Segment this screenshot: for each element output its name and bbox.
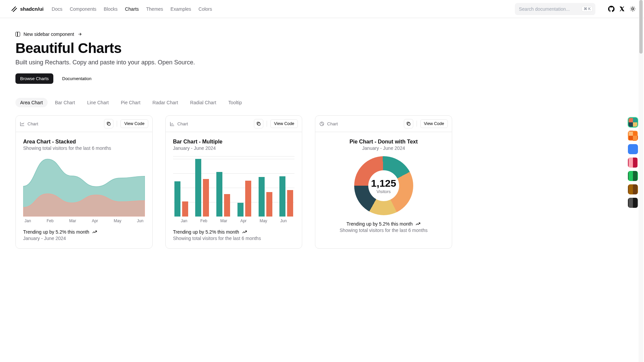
trending-up-icon	[415, 221, 421, 227]
nav-blocks[interactable]: Blocks	[104, 6, 117, 12]
bar	[259, 177, 265, 217]
card-pie-chart: Chart View Code Pie Chart - Donut with T…	[315, 115, 452, 249]
announcement-text: New sidebar component	[23, 32, 74, 37]
bar	[245, 181, 251, 217]
bar-group	[257, 156, 274, 217]
brand-logo[interactable]: shadcn/ui	[11, 6, 44, 12]
theme-swatch[interactable]	[628, 171, 638, 181]
search-kbd: ⌘ K	[582, 6, 593, 12]
tick-label: Mar	[220, 219, 227, 223]
svg-rect-1	[108, 123, 110, 125]
bar-chart	[173, 156, 295, 217]
theme-swatch[interactable]	[628, 117, 638, 127]
brand-text: shadcn/ui	[20, 6, 44, 12]
nav-themes[interactable]: Themes	[146, 6, 163, 12]
donut-value: 1,125	[371, 178, 396, 189]
theme-swatch[interactable]	[628, 198, 638, 208]
theme-swatch[interactable]	[628, 158, 638, 168]
x-axis: JanFebMarAprMayJun	[23, 217, 145, 223]
announcement-link[interactable]: New sidebar component	[15, 32, 452, 37]
documentation-button[interactable]: Documentation	[60, 76, 93, 81]
trend-sub: January - June 2024	[23, 236, 145, 241]
bar	[287, 190, 293, 217]
logo-icon	[11, 6, 17, 12]
nav-colors[interactable]: Colors	[199, 6, 212, 12]
scrollbar[interactable]	[639, 0, 643, 269]
area-chart	[23, 156, 145, 217]
tab-radial-chart[interactable]: Radial Chart	[185, 98, 221, 107]
tab-radar-chart[interactable]: Radar Chart	[148, 98, 183, 107]
trend-sub: Showing total visitors for the last 6 mo…	[173, 236, 295, 241]
trend-text: Trending up by 5.2% this month	[23, 229, 89, 235]
tick-label: Feb	[200, 219, 207, 223]
bar	[266, 192, 272, 217]
card-label: Chart	[28, 121, 101, 126]
tick-label: Jan	[181, 219, 187, 223]
pie-chart-icon	[319, 121, 324, 126]
card-area-chart: Chart View Code Area Chart - Stacked Sho…	[15, 115, 153, 249]
chart-desc: January - June 2024	[323, 145, 444, 151]
scrollbar-thumb[interactable]	[639, 0, 643, 54]
tab-bar-chart[interactable]: Bar Chart	[50, 98, 80, 107]
theme-toggle-icon[interactable]	[630, 6, 636, 12]
tab-pie-chart[interactable]: Pie Chart	[116, 98, 145, 107]
tick-label: Apr	[92, 219, 98, 223]
tick-label: May	[114, 219, 121, 223]
view-code-button[interactable]: View Code	[270, 119, 298, 128]
github-icon[interactable]	[608, 6, 614, 12]
donut-label: Visitors	[376, 189, 390, 194]
bar-group	[215, 156, 231, 217]
tick-label: Apr	[240, 219, 247, 223]
card-label: Chart	[177, 121, 251, 126]
bar-group	[278, 156, 295, 217]
theme-swatch[interactable]	[628, 184, 638, 194]
nav-charts[interactable]: Charts	[125, 6, 139, 12]
bar	[237, 203, 244, 217]
tick-label: Jan	[24, 219, 31, 223]
copy-button[interactable]	[404, 119, 413, 128]
tick-label: Mar	[69, 219, 76, 223]
bar	[216, 172, 222, 217]
bar	[174, 181, 180, 217]
svg-rect-4	[408, 123, 410, 125]
chart-desc: January - June 2024	[173, 145, 295, 151]
tab-line-chart[interactable]: Line Chart	[83, 98, 114, 107]
chart-type-tabs: Area ChartBar ChartLine ChartPie ChartRa…	[15, 98, 452, 107]
card-bar-chart: Chart View Code Bar Chart - Multiple Jan…	[165, 115, 303, 249]
chart-title: Area Chart - Stacked	[23, 139, 145, 145]
sidebar-icon	[15, 32, 20, 37]
bar-chart-icon	[170, 121, 175, 126]
bar	[195, 159, 201, 217]
chart-title: Pie Chart - Donut with Text	[323, 139, 444, 145]
x-axis: JanFebMarAprMayJun	[173, 217, 295, 223]
x-icon[interactable]	[619, 6, 625, 12]
trending-up-icon	[242, 229, 247, 235]
theme-swatch[interactable]	[628, 144, 638, 154]
area-chart-icon	[20, 121, 25, 126]
bar-group	[173, 156, 190, 217]
tick-label: Jun	[137, 219, 143, 223]
svg-point-0	[632, 8, 634, 10]
nav-components[interactable]: Components	[70, 6, 96, 12]
top-nav: DocsComponentsBlocksChartsThemesExamples…	[52, 6, 212, 12]
tab-tooltip[interactable]: Tooltip	[224, 98, 247, 107]
view-code-button[interactable]: View Code	[420, 119, 448, 128]
view-code-button[interactable]: View Code	[120, 119, 148, 128]
trend-text: Trending up by 5.2% this month	[346, 221, 413, 227]
search-input[interactable]: Search documentation... ⌘ K	[515, 3, 595, 15]
svg-rect-2	[258, 123, 260, 125]
bar-group	[194, 156, 210, 217]
chart-desc: Showing total visitors for the last 6 mo…	[23, 145, 145, 151]
bar-group	[236, 156, 253, 217]
arrow-right-icon	[77, 32, 82, 37]
theme-swatch[interactable]	[628, 131, 638, 141]
browse-charts-button[interactable]: Browse Charts	[15, 73, 53, 84]
copy-button[interactable]	[104, 119, 113, 128]
search-placeholder: Search documentation...	[519, 6, 570, 12]
tab-area-chart[interactable]: Area Chart	[15, 98, 48, 107]
tick-label: May	[260, 219, 267, 223]
theme-picker	[628, 117, 638, 208]
nav-docs[interactable]: Docs	[52, 6, 62, 12]
copy-button[interactable]	[254, 119, 263, 128]
nav-examples[interactable]: Examples	[170, 6, 191, 12]
